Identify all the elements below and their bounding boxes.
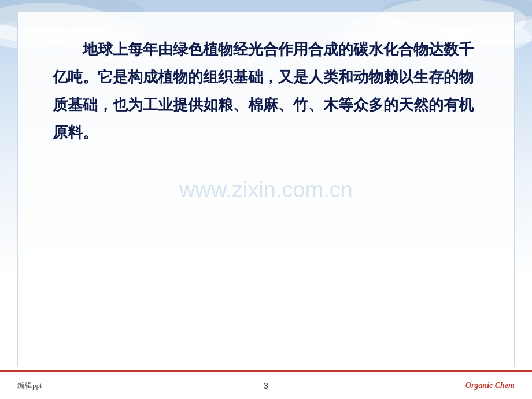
- bottom-bar: 编辑ppt 3 Organic Chem: [0, 370, 532, 399]
- slide-container: 地球上每年由绿色植物经光合作用合成的碳水化合物达数千亿吨。它是构成植物的组织基础…: [0, 0, 532, 399]
- page-number: 3: [264, 381, 268, 390]
- edit-label: 编辑ppt: [17, 380, 42, 391]
- main-body-text: 地球上每年由绿色植物经光合作用合成的碳水化合物达数千亿吨。它是构成植物的组织基础…: [18, 12, 514, 367]
- content-area: 地球上每年由绿色植物经光合作用合成的碳水化合物达数千亿吨。它是构成植物的组织基础…: [17, 12, 515, 367]
- brand-label: Organic Chem: [466, 381, 515, 390]
